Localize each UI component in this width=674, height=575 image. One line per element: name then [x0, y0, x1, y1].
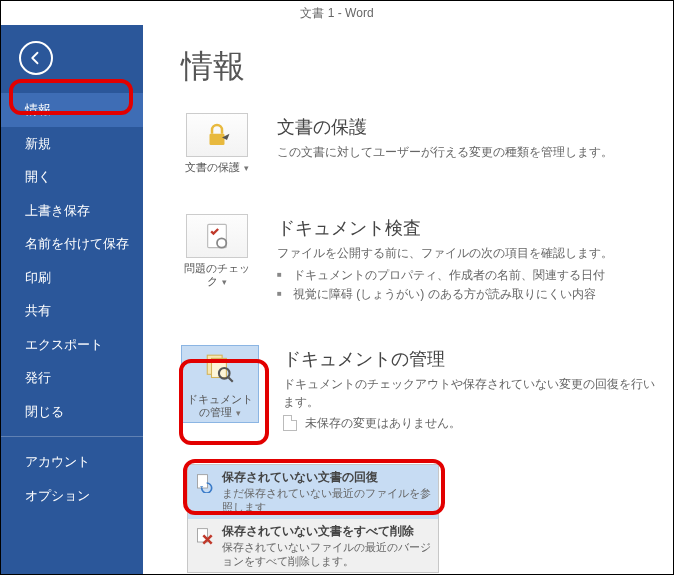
svg-rect-0: [210, 134, 225, 145]
nav-save-as[interactable]: 名前を付けて保存: [1, 227, 143, 261]
nav-share[interactable]: 共有: [1, 294, 143, 328]
menu-recover-title: 保存されていない文書の回復: [222, 469, 432, 486]
unsaved-text: 未保存の変更はありません。: [305, 415, 461, 432]
nav-close[interactable]: 閉じる: [1, 395, 143, 429]
inspect-heading: ドキュメント検査: [277, 216, 657, 240]
lock-icon: [186, 113, 248, 157]
menu-recover-unsaved[interactable]: 保存されていない文書の回復 まだ保存されていない最近のファイルを参照します: [188, 465, 438, 519]
delete-icon: [194, 526, 216, 548]
nav-options[interactable]: オプション: [1, 479, 143, 513]
row-inspect-document: 問題のチェック ▾ ドキュメント検査 ファイルを公開する前に、ファイルの次の項目…: [181, 214, 657, 304]
inspect-desc: ファイルを公開する前に、ファイルの次の項目を確認します。: [277, 244, 657, 262]
protect-desc: この文書に対してユーザーが行える変更の種類を管理します。: [277, 143, 657, 161]
checklist-icon: [186, 214, 248, 258]
svg-line-6: [229, 377, 233, 381]
window-title: 文書 1 - Word: [1, 1, 673, 25]
recover-icon: [194, 472, 216, 494]
row-protect-document: 文書の保護 ▾ 文書の保護 この文書に対してユーザーが行える変更の種類を管理しま…: [181, 113, 657, 174]
manage-desc: ドキュメントのチェックアウトや保存されていない変更の回復を行います。: [283, 375, 657, 411]
nav-publish[interactable]: 発行: [1, 361, 143, 395]
nav-account[interactable]: アカウント: [1, 445, 143, 479]
document-icon: [283, 415, 297, 431]
inspect-bullet: 視覚に障碍 (しょうがい) のある方が読み取りにくい内容: [293, 285, 657, 304]
manage-tile-label: ドキュメントの管理: [187, 393, 253, 418]
check-issues-tile[interactable]: 問題のチェック ▾: [181, 214, 253, 288]
nav-print[interactable]: 印刷: [1, 261, 143, 295]
manage-heading: ドキュメントの管理: [283, 347, 657, 371]
protect-document-tile[interactable]: 文書の保護 ▾: [181, 113, 253, 174]
nav-info[interactable]: 情報: [1, 93, 143, 127]
nav-new[interactable]: 新規: [1, 127, 143, 161]
menu-delete-desc: 保存されていないファイルの最近のバージョンをすべて削除します。: [222, 540, 432, 569]
dropdown-caret-icon: ▾: [236, 408, 241, 418]
svg-rect-7: [198, 475, 208, 488]
documents-magnifier-icon: [189, 349, 251, 389]
unsaved-changes-row: 未保存の変更はありません。: [283, 415, 657, 432]
nav-export[interactable]: エクスポート: [1, 328, 143, 362]
nav-separator: [1, 436, 143, 437]
manage-document-menu: 保存されていない文書の回復 まだ保存されていない最近のファイルを参照します 保存…: [187, 464, 439, 573]
arrow-left-icon: [27, 49, 45, 67]
menu-delete-title: 保存されていない文書をすべて削除: [222, 523, 432, 540]
backstage-sidebar: 情報 新規 開く 上書き保存 名前を付けて保存 印刷 共有 エクスポート 発行 …: [1, 25, 143, 575]
dropdown-caret-icon: ▾: [244, 163, 249, 173]
dropdown-caret-icon: ▾: [222, 277, 227, 287]
protect-tile-label: 文書の保護: [185, 161, 240, 173]
nav-save[interactable]: 上書き保存: [1, 194, 143, 228]
manage-document-tile[interactable]: ドキュメントの管理 ▾: [181, 345, 259, 423]
menu-delete-unsaved[interactable]: 保存されていない文書をすべて削除 保存されていないファイルの最近のバージョンをす…: [188, 519, 438, 573]
inspect-bullet: ドキュメントのプロパティ、作成者の名前、関連する日付: [293, 266, 657, 285]
back-button[interactable]: [19, 41, 53, 75]
inspect-tile-label: 問題のチェック: [184, 262, 250, 287]
row-manage-document: ドキュメントの管理 ▾ ドキュメントの管理 ドキュメントのチェックアウトや保存さ…: [181, 345, 657, 432]
protect-heading: 文書の保護: [277, 115, 657, 139]
page-title: 情報: [181, 45, 657, 89]
nav-open[interactable]: 開く: [1, 160, 143, 194]
menu-recover-desc: まだ保存されていない最近のファイルを参照します: [222, 486, 432, 515]
